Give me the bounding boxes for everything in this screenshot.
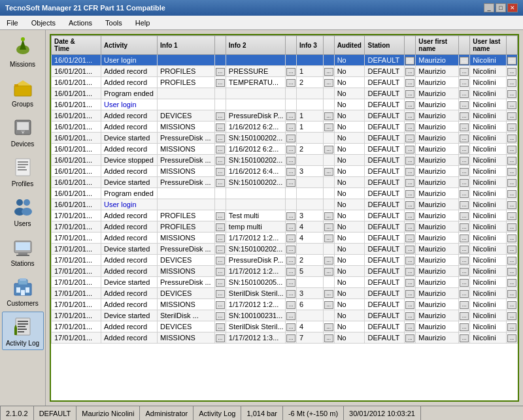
cell-info1-expand[interactable]: ... [214, 133, 226, 144]
cell-fname-expand[interactable]: ... [459, 255, 470, 266]
expand-btn[interactable]: ... [286, 123, 295, 131]
cell-lname-expand[interactable]: ... [507, 321, 518, 332]
cell-info3-expand[interactable] [323, 177, 334, 188]
expand-btn[interactable]: ... [216, 146, 225, 153]
expand-btn[interactable]: ... [286, 146, 295, 153]
table-row[interactable]: 16/01/201...Device stoppedPressureDisk .… [52, 155, 518, 166]
expand-btn[interactable]: ... [507, 135, 516, 142]
expand-btn[interactable]: ... [405, 90, 414, 98]
cell-info3-expand[interactable] [323, 188, 334, 199]
expand-btn[interactable]: ... [507, 201, 516, 209]
table-row[interactable]: 17/01/201...Added recordDEVICES...Steril… [52, 321, 518, 332]
expand-btn[interactable]: ... [405, 146, 414, 153]
expand-btn[interactable]: ... [507, 123, 516, 131]
cell-fname-expand[interactable]: ... [459, 55, 470, 66]
cell-station-expand[interactable]: ... [405, 99, 416, 110]
expand-btn[interactable]: ... [216, 268, 225, 276]
expand-btn[interactable]: ... [460, 68, 469, 76]
cell-lname-expand[interactable]: ... [507, 166, 518, 177]
table-row[interactable]: 17/01/201...Added recordMISSIONS...1/17/… [52, 299, 518, 310]
cell-info2-expand[interactable]: ... [286, 277, 297, 288]
sidebar-item-devices[interactable]: Devices [2, 112, 44, 151]
cell-info2-expand[interactable]: ... [286, 244, 297, 255]
cell-lname-expand[interactable]: ... [507, 221, 518, 233]
cell-info1-expand[interactable]: ... [214, 210, 226, 221]
cell-lname-expand[interactable]: ... [507, 255, 518, 266]
menu-actions[interactable]: Actions [65, 18, 96, 28]
table-row[interactable]: 16/01/201...Program endedNoDEFAULT...Mau… [52, 188, 518, 199]
cell-lname-expand[interactable]: ... [507, 244, 518, 255]
expand-btn[interactable]: ... [216, 112, 225, 120]
expand-btn[interactable]: ... [405, 279, 414, 287]
cell-info2-expand[interactable]: ... [286, 166, 297, 177]
cell-fname-expand[interactable]: ... [459, 155, 470, 166]
expand-btn[interactable]: ... [405, 101, 414, 109]
expand-btn[interactable]: ... [460, 57, 469, 65]
expand-btn[interactable]: ... [324, 268, 333, 276]
table-row[interactable]: 16/01/201...Added recordMISSIONS...1/16/… [52, 166, 518, 177]
table-row[interactable]: 16/01/201...Added recordDEVICES...Pressu… [52, 110, 518, 121]
expand-btn[interactable]: ... [507, 79, 516, 87]
expand-btn[interactable]: ... [324, 323, 333, 331]
expand-btn[interactable]: ... [324, 112, 333, 120]
sidebar-item-customers[interactable]: Customers [2, 272, 44, 310]
expand-btn[interactable]: ... [324, 168, 333, 176]
cell-info3-expand[interactable]: ... [323, 144, 334, 155]
expand-btn[interactable]: ... [405, 223, 414, 231]
sidebar-item-missions[interactable]: Missions [2, 33, 44, 71]
expand-btn[interactable]: ... [216, 157, 225, 165]
expand-btn[interactable]: ... [460, 190, 469, 198]
expand-btn[interactable]: ... [460, 168, 469, 176]
expand-btn[interactable]: ... [460, 101, 469, 109]
expand-btn[interactable]: ... [460, 290, 469, 298]
cell-info2-expand[interactable]: ... [286, 66, 297, 77]
sidebar-item-actlog[interactable]: Activity Log [2, 312, 44, 350]
cell-info1-expand[interactable]: ... [214, 299, 226, 310]
cell-info3-expand[interactable]: ... [323, 332, 334, 344]
expand-btn[interactable]: ... [460, 334, 469, 342]
cell-lname-expand[interactable]: ... [507, 144, 518, 155]
cell-info3-expand[interactable]: ... [323, 210, 334, 221]
cell-lname-expand[interactable]: ... [507, 266, 518, 277]
expand-btn[interactable]: ... [507, 290, 516, 298]
expand-btn[interactable]: ... [460, 112, 469, 120]
expand-btn[interactable]: ... [460, 90, 469, 98]
cell-info1-expand[interactable] [214, 199, 226, 210]
expand-btn[interactable]: ... [324, 290, 333, 298]
cell-fname-expand[interactable]: ... [459, 277, 470, 288]
cell-fname-expand[interactable]: ... [459, 177, 470, 188]
cell-station-expand[interactable]: ... [405, 321, 416, 332]
cell-info1-expand[interactable]: ... [214, 66, 226, 77]
cell-info3-expand[interactable] [323, 244, 334, 255]
expand-btn[interactable]: ... [324, 68, 333, 76]
expand-btn[interactable]: ... [460, 201, 469, 209]
cell-fname-expand[interactable]: ... [459, 166, 470, 177]
table-row[interactable]: 16/01/201...User loginNoDEFAULT...Mauriz… [52, 99, 518, 110]
cell-lname-expand[interactable]: ... [507, 55, 518, 66]
table-row[interactable]: 17/01/201...Added recordDEVICES...Steril… [52, 288, 518, 299]
expand-btn[interactable]: ... [405, 334, 414, 342]
cell-info1-expand[interactable]: ... [214, 310, 226, 321]
expand-btn[interactable]: ... [507, 334, 516, 342]
cell-info1-expand[interactable]: ... [214, 155, 226, 166]
cell-info2-expand[interactable]: ... [286, 266, 297, 277]
expand-btn[interactable]: ... [286, 246, 295, 253]
expand-btn[interactable]: ... [507, 112, 516, 120]
menu-file[interactable]: File [3, 18, 22, 28]
expand-btn[interactable]: ... [507, 257, 516, 265]
cell-info1-expand[interactable]: ... [214, 321, 226, 332]
cell-lname-expand[interactable]: ... [507, 233, 518, 244]
expand-btn[interactable]: ... [507, 157, 516, 165]
table-row[interactable]: 17/01/201...Added recordMISSIONS...1/17/… [52, 266, 518, 277]
cell-lname-expand[interactable]: ... [507, 277, 518, 288]
cell-info3-expand[interactable]: ... [323, 110, 334, 121]
cell-fname-expand[interactable]: ... [459, 88, 470, 99]
cell-fname-expand[interactable]: ... [459, 199, 470, 210]
cell-info3-expand[interactable]: ... [323, 166, 334, 177]
cell-station-expand[interactable]: ... [405, 66, 416, 77]
expand-btn[interactable]: ... [405, 57, 414, 65]
cell-lname-expand[interactable]: ... [507, 110, 518, 121]
table-row[interactable]: 17/01/201...Device startedPressureDisk .… [52, 244, 518, 255]
expand-btn[interactable]: ... [507, 301, 516, 309]
expand-btn[interactable]: ... [507, 146, 516, 153]
